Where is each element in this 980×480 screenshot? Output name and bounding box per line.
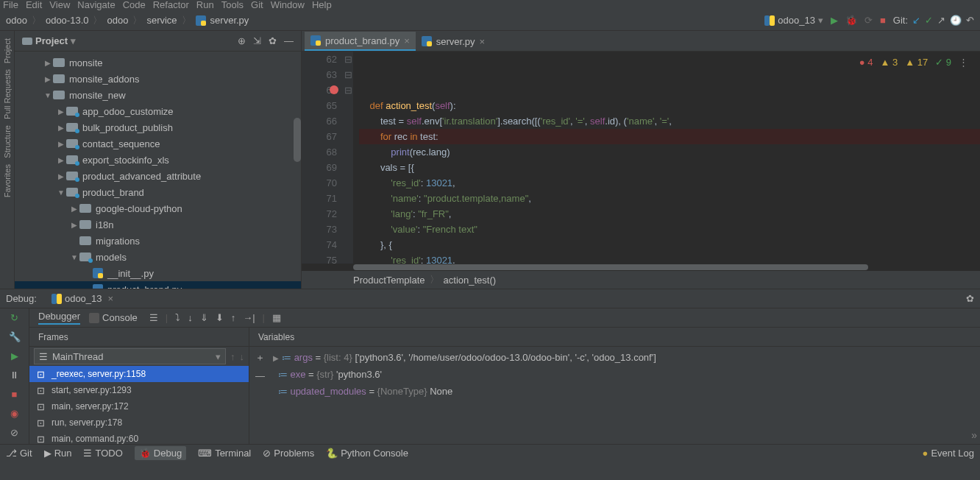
run-to-cursor-icon[interactable]: →|: [243, 312, 255, 323]
menu-navigate[interactable]: Navigate: [77, 0, 115, 10]
step-over-icon[interactable]: ⤵: [175, 312, 180, 323]
stack-frame[interactable]: ⊡start, server.py:1293: [29, 382, 249, 398]
expand-arrow-icon[interactable]: ▶: [43, 75, 53, 83]
close-tab-icon[interactable]: ×: [480, 36, 486, 47]
resume-button[interactable]: ▶: [7, 348, 22, 363]
structure-tool-button[interactable]: Structure: [3, 125, 12, 158]
stop-button[interactable]: ■: [880, 15, 886, 26]
close-tab-icon[interactable]: ×: [404, 35, 410, 46]
hide-panel-icon[interactable]: —: [284, 35, 294, 46]
debug-button[interactable]: 🐞: [845, 15, 857, 26]
project-tool-button[interactable]: Project: [3, 38, 12, 63]
new-watch-icon[interactable]: ＋: [255, 351, 273, 364]
threads-icon[interactable]: ☰: [149, 312, 158, 323]
menu-git[interactable]: Git: [251, 0, 263, 10]
crumb[interactable]: odoo: [6, 15, 27, 26]
debug-settings-icon[interactable]: ✿: [966, 293, 974, 304]
tree-item[interactable]: ▼monsite_new: [15, 87, 301, 103]
editor-tab-server[interactable]: server.py ×: [416, 32, 491, 51]
frames-list[interactable]: ⊡_reexec, server.py:1158⊡start, server.p…: [29, 366, 249, 444]
expand-arrow-icon[interactable]: ▶: [56, 156, 66, 164]
bottom-tab-git[interactable]: ⎇Git: [6, 448, 32, 459]
bottom-tab-python-console[interactable]: 🐍Python Console: [326, 448, 408, 459]
weak-warning-count-icon[interactable]: ▲ 17: [905, 54, 928, 70]
expand-all-icon[interactable]: ⇲: [253, 35, 261, 46]
crumb[interactable]: server.py: [210, 15, 249, 26]
evaluate-expression-icon[interactable]: ▦: [272, 312, 281, 323]
crumb[interactable]: odoo: [107, 15, 128, 26]
git-revert-icon[interactable]: ↶: [966, 15, 974, 26]
modify-run-button[interactable]: 🔧: [7, 329, 22, 344]
stack-frame[interactable]: ⊡main, server.py:172: [29, 398, 249, 414]
expand-arrow-icon[interactable]: ▶: [56, 124, 66, 132]
force-step-into-icon[interactable]: ⬇: [216, 312, 224, 323]
code-line[interactable]: vals = [{: [359, 160, 980, 175]
locate-icon[interactable]: ⊕: [238, 35, 246, 46]
git-clock-icon[interactable]: 🕘: [950, 15, 962, 26]
bottom-tab-terminal[interactable]: ⌨Terminal: [198, 448, 251, 459]
code-line[interactable]: 'res_id': 13021,: [359, 253, 980, 264]
code-line[interactable]: 'lang': "fr_FR",: [359, 206, 980, 222]
tree-item[interactable]: ▶google-cloud-python: [15, 200, 301, 216]
favorites-tool-button[interactable]: Favorites: [3, 164, 12, 197]
step-into-icon[interactable]: ↓: [188, 312, 193, 323]
step-out-icon[interactable]: ↑: [231, 312, 236, 323]
tree-item[interactable]: ▶bulk_product_publish: [15, 119, 301, 135]
git-history-icon[interactable]: ↗: [937, 15, 945, 26]
git-update-icon[interactable]: ↙: [912, 15, 920, 26]
code-line[interactable]: for rec in test:: [359, 129, 980, 144]
tree-item[interactable]: ▼models: [15, 249, 301, 265]
tree-item[interactable]: ▶app_odoo_customize: [15, 103, 301, 119]
mute-breakpoints-button[interactable]: ⊘: [7, 425, 22, 440]
menu-edit[interactable]: Edit: [26, 0, 42, 10]
expand-arrow-icon[interactable]: ▼: [69, 253, 79, 261]
warning-count-icon[interactable]: ▲ 3: [880, 54, 898, 70]
tree-item[interactable]: ▼product_brand: [15, 184, 301, 200]
expand-arrow-icon[interactable]: ▶: [43, 59, 53, 67]
bottom-tab-problems[interactable]: ⊘Problems: [263, 448, 314, 459]
prev-frame-icon[interactable]: ↑: [230, 351, 235, 362]
tree-item[interactable]: ▶export_stockinfo_xls: [15, 152, 301, 168]
expand-arrow-icon[interactable]: ▶: [69, 221, 79, 229]
menu-tools[interactable]: Tools: [221, 0, 244, 10]
settings-icon[interactable]: ✿: [269, 35, 277, 46]
menu-code[interactable]: Code: [123, 0, 146, 10]
project-view-selector[interactable]: Project ▾: [22, 35, 76, 46]
variable-row[interactable]: ▶≔ args = {list: 4} ['python3.6', '/home…: [273, 350, 974, 367]
debug-config-tab[interactable]: odoo_13 ×: [52, 293, 113, 304]
expand-arrow-icon[interactable]: ▶: [56, 107, 66, 116]
variable-row[interactable]: ≔ exe = {str} 'python3.6': [273, 367, 974, 384]
tree-item[interactable]: ▶product_advanced_attribute: [15, 168, 301, 184]
main-menu[interactable]: File Edit View Navigate Code Refactor Ru…: [0, 0, 980, 10]
code-line[interactable]: }, {: [359, 237, 980, 253]
expand-arrow-icon[interactable]: ▶: [69, 205, 79, 213]
path-breadcrumbs[interactable]: odoo〉 odoo-13.0〉 odoo〉 service〉 server.p…: [6, 14, 249, 27]
tree-item[interactable]: product_brand.py: [15, 281, 301, 289]
variable-row[interactable]: ≔ updated_modules = {NoneType} None: [273, 384, 974, 400]
code-line[interactable]: def action_test(self):: [359, 98, 980, 113]
pull-requests-tool-button[interactable]: Pull Requests: [3, 69, 12, 119]
line-gutter[interactable]: 626364656667686970717273747576: [302, 52, 343, 264]
code-line[interactable]: print(rec.lang): [359, 144, 980, 160]
tree-scrollbar[interactable]: [294, 118, 301, 162]
resize-grip-icon[interactable]: »: [971, 429, 977, 441]
debugger-tab[interactable]: Debugger: [38, 311, 80, 325]
close-debug-tab-icon[interactable]: ×: [108, 293, 114, 304]
menu-view[interactable]: View: [49, 0, 70, 10]
bottom-tab-todo[interactable]: ☰TODO: [83, 448, 122, 459]
tree-item[interactable]: ▶monsite_addons: [15, 71, 301, 87]
tree-item[interactable]: migrations: [15, 233, 301, 249]
stack-frame[interactable]: ⊡main, command.py:60: [29, 431, 249, 444]
remove-watch-icon[interactable]: —: [255, 370, 273, 381]
tree-item[interactable]: ▶monsite: [15, 54, 301, 71]
expand-arrow-icon[interactable]: ▶: [56, 172, 66, 180]
console-tab[interactable]: Console: [89, 312, 138, 323]
pause-button[interactable]: ⏸: [7, 367, 22, 382]
view-breakpoints-button[interactable]: ◉: [7, 406, 22, 420]
code-line[interactable]: 'name': "product.template,name",: [359, 191, 980, 206]
expand-arrow-icon[interactable]: ▼: [43, 91, 53, 99]
project-tree[interactable]: ▶monsite▶monsite_addons▼monsite_new▶app_…: [15, 52, 301, 289]
run-button[interactable]: ▶: [831, 15, 838, 26]
stack-frame[interactable]: ⊡_reexec, server.py:1158: [29, 366, 249, 382]
horizontal-scrollbar[interactable]: [302, 264, 980, 271]
